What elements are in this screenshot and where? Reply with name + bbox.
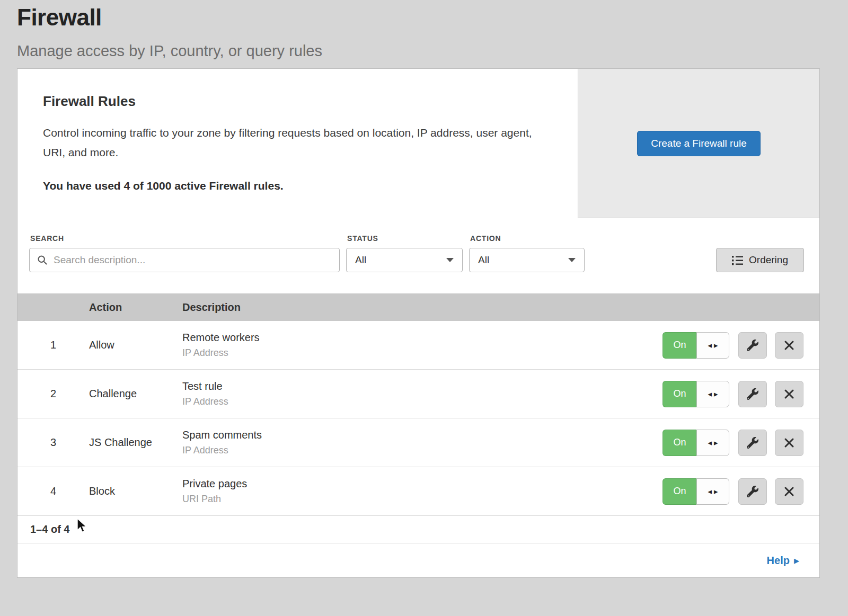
rule-field-type: IP Address: [182, 396, 662, 407]
filters-bar: SEARCH STATUS All ACTION: [17, 218, 819, 293]
rule-action: Block: [89, 485, 182, 497]
status-selected-value: All: [355, 254, 366, 266]
create-firewall-rule-button[interactable]: Create a Firewall rule: [637, 131, 761, 156]
rule-toggle-expand-button[interactable]: ◂ ▸: [696, 430, 729, 456]
table-row: 1 Allow Remote workers IP Address On ◂ ▸: [17, 321, 819, 370]
search-input[interactable]: [29, 248, 340, 272]
rule-number: 2: [17, 388, 89, 400]
wrench-icon: [747, 340, 758, 351]
table-row: 3 JS Challenge Spam comments IP Address …: [17, 418, 819, 467]
rule-toggle-expand-button[interactable]: ◂ ▸: [696, 478, 729, 505]
rule-field-type: IP Address: [182, 445, 662, 456]
firewall-rules-info: Firewall Rules Control incoming traffic …: [17, 69, 578, 218]
table-row: 4 Block Private pages URI Path On ◂ ▸: [17, 467, 819, 516]
pagination: 1–4 of 4: [17, 516, 819, 543]
card-heading: Firewall Rules: [43, 93, 546, 110]
ordered-list-icon: [732, 255, 743, 265]
page-title: Firewall: [17, 4, 848, 31]
chevron-down-icon: [446, 258, 454, 262]
status-label: STATUS: [347, 234, 463, 243]
rule-action: Challenge: [89, 388, 182, 400]
delete-rule-button[interactable]: [775, 381, 803, 407]
close-icon: [784, 389, 794, 399]
rule-description: Test rule: [182, 380, 662, 392]
table-row: 2 Challenge Test rule IP Address On ◂ ▸: [17, 370, 819, 418]
usage-text: You have used 4 of 1000 active Firewall …: [43, 180, 546, 192]
rule-number: 4: [17, 485, 89, 497]
rule-controls: On ◂ ▸: [662, 381, 819, 407]
help-row: Help ▸: [17, 543, 819, 577]
action-label: ACTION: [470, 234, 585, 243]
help-link[interactable]: Help ▸: [767, 554, 799, 567]
triangle-left-icon: ◂: [708, 438, 712, 448]
rule-status-toggle[interactable]: On: [662, 430, 696, 456]
help-arrow-icon: ▸: [794, 554, 799, 567]
rule-action: Allow: [89, 339, 182, 351]
close-icon: [784, 438, 794, 448]
status-filter: STATUS All: [346, 234, 463, 272]
wrench-icon: [747, 486, 758, 497]
rule-toggle-expand-button[interactable]: ◂ ▸: [696, 381, 729, 407]
page-subtitle: Manage access by IP, country, or query r…: [17, 42, 848, 60]
rule-description-cell: Remote workers IP Address: [182, 332, 662, 359]
create-rule-panel: Create a Firewall rule: [578, 69, 819, 218]
rule-toggle-group: On ◂ ▸: [662, 430, 729, 456]
close-icon: [784, 340, 794, 351]
triangle-right-icon: ▸: [714, 389, 718, 399]
rule-number: 3: [17, 436, 89, 449]
rule-field-type: URI Path: [182, 494, 662, 505]
edit-rule-button[interactable]: [738, 430, 767, 456]
rules-table-body: 1 Allow Remote workers IP Address On ◂ ▸: [17, 321, 819, 516]
rule-description: Remote workers: [182, 332, 662, 344]
delete-rule-button[interactable]: [775, 478, 803, 505]
triangle-left-icon: ◂: [708, 341, 712, 350]
rule-description-cell: Spam comments IP Address: [182, 429, 662, 456]
triangle-right-icon: ▸: [714, 487, 718, 496]
edit-rule-button[interactable]: [738, 332, 767, 359]
triangle-left-icon: ◂: [708, 487, 712, 496]
edit-rule-button[interactable]: [738, 478, 767, 505]
action-selected-value: All: [478, 254, 489, 266]
edit-rule-button[interactable]: [738, 381, 767, 407]
search-icon: [37, 255, 48, 265]
delete-rule-button[interactable]: [775, 430, 803, 456]
delete-rule-button[interactable]: [775, 332, 803, 359]
rule-number: 1: [17, 339, 89, 351]
rule-description: Spam comments: [182, 429, 662, 441]
header-description-column: Description: [182, 301, 819, 314]
rule-action: JS Challenge: [89, 436, 182, 449]
status-select[interactable]: All: [346, 248, 463, 272]
rule-toggle-group: On ◂ ▸: [662, 332, 729, 359]
triangle-left-icon: ◂: [708, 389, 712, 399]
rule-toggle-group: On ◂ ▸: [662, 381, 729, 407]
rule-status-toggle[interactable]: On: [662, 478, 696, 505]
rule-status-toggle[interactable]: On: [662, 332, 696, 359]
ordering-label: Ordering: [749, 254, 788, 266]
ordering-button[interactable]: Ordering: [716, 248, 804, 272]
rule-description: Private pages: [182, 478, 662, 490]
firewall-rules-header-section: Firewall Rules Control incoming traffic …: [17, 69, 819, 218]
wrench-icon: [747, 388, 758, 400]
firewall-card: Firewall Rules Control incoming traffic …: [17, 68, 820, 578]
help-label: Help: [767, 555, 790, 567]
rule-status-toggle[interactable]: On: [662, 381, 696, 407]
action-select[interactable]: All: [469, 248, 585, 272]
firewall-page: Firewall Manage access by IP, country, o…: [0, 0, 848, 578]
rules-table-header: Action Description: [17, 293, 819, 321]
rule-toggle-expand-button[interactable]: ◂ ▸: [696, 332, 729, 359]
rule-controls: On ◂ ▸: [662, 332, 819, 359]
triangle-right-icon: ▸: [714, 438, 718, 448]
rule-description-cell: Test rule IP Address: [182, 380, 662, 407]
action-filter: ACTION All: [469, 234, 585, 272]
wrench-icon: [747, 437, 758, 449]
rules-table: Action Description 1 Allow Remote worker…: [17, 293, 819, 577]
rule-controls: On ◂ ▸: [662, 478, 819, 505]
card-description: Control incoming traffic to your zone by…: [43, 123, 546, 163]
rule-toggle-group: On ◂ ▸: [662, 478, 729, 505]
triangle-right-icon: ▸: [714, 341, 718, 350]
rule-field-type: IP Address: [182, 347, 662, 359]
search-filter: SEARCH: [29, 234, 340, 272]
chevron-down-icon: [568, 258, 576, 262]
search-label: SEARCH: [30, 234, 340, 243]
rule-description-cell: Private pages URI Path: [182, 478, 662, 505]
